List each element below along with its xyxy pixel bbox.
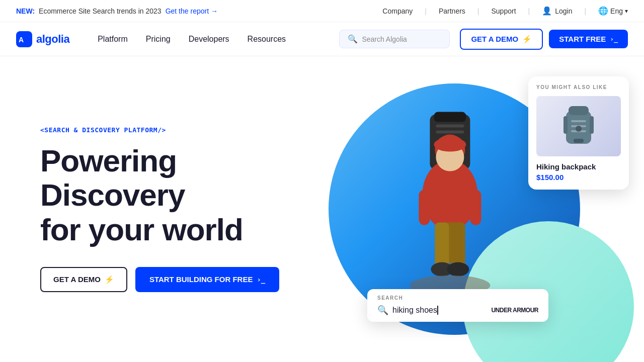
login-link[interactable]: Login [555,7,572,15]
hero-tag: <SEARCH & DISCOVERY PLATFORM/> [40,126,324,134]
hiker-illustration [379,84,520,316]
nav-demo-button[interactable]: GET A DEMO ⚡ [460,29,543,50]
hero-demo-button[interactable]: GET A DEMO ⚡ [40,267,127,292]
nav-start-button[interactable]: START FREE ›_ [549,30,628,48]
nav-platform[interactable]: Platform [90,31,136,48]
nav-demo-label: GET A DEMO [471,35,518,43]
text-cursor [437,306,438,315]
hero-title: Powering Discovery for your world [40,144,324,247]
hero-demo-label: GET A DEMO [53,275,101,284]
logo-text: algolia [36,33,69,46]
backpack-svg [558,101,599,151]
svg-rect-20 [569,106,589,115]
partners-link[interactable]: Partners [439,7,465,15]
svg-rect-21 [571,120,586,122]
svg-rect-14 [435,223,449,268]
hero-left: <SEARCH & DISCOVERY PLATFORM/> Powering … [0,56,354,362]
algolia-logo-icon: A [16,31,32,47]
announcement-bar: NEW: Ecommerce Site Search trends in 202… [0,0,644,22]
announcement-link[interactable]: Get the report → [166,7,218,15]
lang-section[interactable]: 🌐 Eng ▾ [598,6,628,16]
company-link[interactable]: Company [382,7,413,15]
svg-rect-5 [436,131,464,134]
nav-search-bar[interactable]: 🔍 Search Algolia [339,30,450,48]
search-widget-query: hiking shoes [392,306,487,315]
svg-point-17 [447,262,469,277]
product-card: YOU MIGHT ALSO LIKE Hiking backpack $150… [528,76,629,190]
globe-icon: 🌐 [598,6,608,16]
hero-section: <SEARCH & DISCOVERY PLATFORM/> Powering … [0,56,644,362]
logo[interactable]: A algolia [16,31,69,47]
hero-start-icon: ›_ [257,276,265,284]
svg-rect-15 [451,223,465,268]
hero-buttons: GET A DEMO ⚡ START BUILDING FOR FREE ›_ [40,267,324,292]
announcement-new-label: NEW: [16,7,35,15]
search-bar-placeholder: Search Algolia [362,35,407,43]
svg-rect-12 [470,190,481,225]
svg-rect-10 [437,138,462,148]
lightning-icon: ⚡ [522,35,532,44]
svg-point-27 [576,126,582,132]
hero-start-button[interactable]: START BUILDING FOR FREE ›_ [135,267,279,292]
search-widget-brand: UNDER ARMOUR [491,307,538,314]
announcement-left: NEW: Ecommerce Site Search trends in 202… [16,7,218,15]
hero-title-line2: Discovery [40,177,185,212]
nav-cta-area: GET A DEMO ⚡ START FREE ›_ [460,29,628,50]
product-card-name: Hiking backpack [536,162,621,171]
nav-pricing[interactable]: Pricing [138,31,179,48]
search-widget: SEARCH 🔍 hiking shoes UNDER ARMOUR [367,289,548,322]
svg-rect-25 [590,116,594,134]
product-card-label: YOU MIGHT ALSO LIKE [536,84,621,90]
announcement-right: Company | Partners | Support | 👤 Login |… [382,6,628,16]
nav-start-label: START FREE [559,35,606,43]
announcement-text: Ecommerce Site Search trends in 2023 [39,7,162,15]
hero-start-label: START BUILDING FOR FREE [149,275,253,284]
lang-label: Eng [610,7,623,15]
svg-rect-24 [564,116,568,134]
product-card-image [536,96,621,156]
product-card-price: $150.00 [536,173,621,182]
svg-rect-11 [419,190,430,225]
login-section[interactable]: 👤 Login [542,6,572,16]
chevron-down-icon: ▾ [625,8,628,15]
search-widget-label: SEARCH [377,295,538,301]
nav-developers[interactable]: Developers [181,31,237,48]
svg-text:A: A [19,36,24,44]
hero-demo-icon: ⚡ [105,275,114,284]
user-icon: 👤 [542,6,552,16]
svg-rect-4 [436,125,464,128]
svg-rect-26 [574,139,584,143]
svg-rect-3 [434,112,466,122]
search-icon: 🔍 [348,34,358,44]
search-widget-input[interactable]: 🔍 hiking shoes UNDER ARMOUR [377,305,538,316]
main-nav: A algolia Platform Pricing Developers Re… [0,22,644,56]
nav-links: Platform Pricing Developers Resources [90,31,294,48]
hero-title-line3: for your world [40,212,243,247]
search-widget-icon: 🔍 [377,305,388,316]
support-link[interactable]: Support [491,7,516,15]
terminal-icon: ›_ [610,35,618,43]
hero-title-line1: Powering [40,143,177,178]
nav-resources[interactable]: Resources [239,31,294,48]
